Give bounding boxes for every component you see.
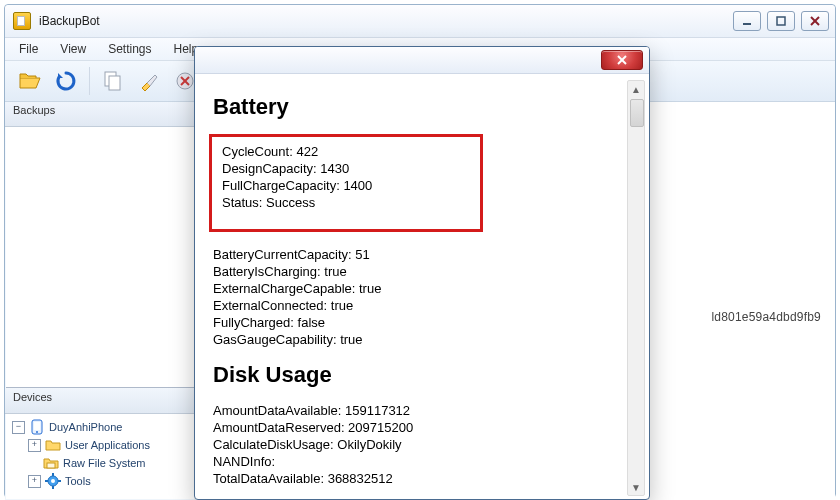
left-column: Backups Devices − DuyAnhiPhone +: [5, 102, 204, 500]
window-controls: [733, 11, 829, 31]
gear-icon: [45, 473, 61, 489]
titlebar: iBackupBot: [5, 5, 835, 38]
svg-rect-10: [34, 422, 40, 430]
scroll-down-icon[interactable]: ▼: [628, 479, 644, 495]
brush-button[interactable]: [134, 66, 164, 96]
backup-hash-text: ld801e59a4dbd9fb9: [711, 310, 821, 324]
folder-icon: [45, 437, 61, 453]
tree-user-apps-row[interactable]: + User Applications: [12, 436, 202, 454]
close-icon: [616, 55, 628, 65]
kv-row: DesignCapacity: 1430: [222, 160, 470, 177]
tree-device-row[interactable]: − DuyAnhiPhone: [12, 418, 202, 436]
dialog-scrollbar[interactable]: ▲ ▼: [627, 80, 645, 496]
folder-open-icon: [18, 70, 42, 92]
minimize-icon: [741, 16, 753, 26]
kv-row: Status: Success: [222, 194, 470, 211]
dialog-close-button[interactable]: [601, 50, 643, 70]
tree-tools-label: Tools: [65, 475, 91, 487]
brush-icon: [138, 70, 160, 92]
refresh-button[interactable]: [51, 66, 81, 96]
backups-panel-header: Backups: [5, 102, 203, 127]
open-folder-button[interactable]: [15, 66, 45, 96]
maximize-icon: [775, 16, 787, 26]
window-title: iBackupBot: [39, 14, 733, 28]
collapse-icon[interactable]: −: [12, 421, 25, 434]
svg-point-11: [36, 431, 38, 433]
tree-raw-fs-label: Raw File System: [63, 457, 146, 469]
phone-icon: [29, 419, 45, 435]
copy-button[interactable]: [98, 66, 128, 96]
refresh-icon: [55, 70, 77, 92]
tree-spacer: [28, 458, 39, 469]
battery-secondary-stats: BatteryCurrentCapacity: 51BatteryIsCharg…: [213, 246, 621, 348]
kv-row: BatteryIsCharging: true: [213, 263, 621, 280]
kv-row: NANDInfo:: [213, 453, 621, 470]
close-icon: [808, 15, 822, 27]
highlight-box: CycleCount: 422DesignCapacity: 1430FullC…: [209, 134, 483, 232]
info-dialog: ▲ ▼ Battery CycleCount: 422DesignCapacit…: [194, 46, 650, 500]
svg-rect-12: [47, 463, 55, 468]
expand-icon[interactable]: +: [28, 475, 41, 488]
menu-file[interactable]: File: [15, 40, 42, 58]
device-tree: − DuyAnhiPhone + User Applications: [6, 414, 202, 494]
menu-view[interactable]: View: [56, 40, 90, 58]
folders-icon: [43, 455, 59, 471]
tree-raw-fs-row[interactable]: Raw File System: [12, 454, 202, 472]
toolbar-separator: [89, 67, 90, 95]
minimize-button[interactable]: [733, 11, 761, 31]
battery-primary-stats: CycleCount: 422DesignCapacity: 1430FullC…: [222, 143, 470, 211]
menu-settings[interactable]: Settings: [104, 40, 155, 58]
disk-usage-stats: AmountDataAvailable: 159117312AmountData…: [213, 402, 621, 487]
kv-row: ExternalConnected: true: [213, 297, 621, 314]
maximize-button[interactable]: [767, 11, 795, 31]
kv-row: FullChargeCapacity: 1400: [222, 177, 470, 194]
tree-tools-row[interactable]: + Tools: [12, 472, 202, 490]
delete-icon: [175, 70, 195, 92]
kv-row: GasGaugeCapability: true: [213, 331, 621, 348]
kv-row: CalculateDiskUsage: OkilyDokily: [213, 436, 621, 453]
app-icon: [13, 12, 31, 30]
svg-point-14: [51, 479, 55, 483]
scroll-thumb[interactable]: [630, 99, 644, 127]
kv-row: BatteryCurrentCapacity: 51: [213, 246, 621, 263]
kv-row: CycleCount: 422: [222, 143, 470, 160]
close-button[interactable]: [801, 11, 829, 31]
kv-row: AmountDataReserved: 209715200: [213, 419, 621, 436]
scroll-up-icon[interactable]: ▲: [628, 81, 644, 97]
backups-panel[interactable]: [6, 127, 202, 388]
tree-device-label: DuyAnhiPhone: [49, 421, 122, 433]
dialog-body: ▲ ▼ Battery CycleCount: 422DesignCapacit…: [195, 74, 649, 500]
tree-user-apps-label: User Applications: [65, 439, 150, 451]
kv-row: TotalDataAvailable: 368832512: [213, 470, 621, 487]
svg-rect-5: [109, 76, 120, 90]
battery-heading: Battery: [213, 94, 621, 120]
svg-rect-1: [777, 17, 785, 25]
copy-icon: [103, 70, 123, 92]
kv-row: FullyCharged: false: [213, 314, 621, 331]
kv-row: ExternalChargeCapable: true: [213, 280, 621, 297]
kv-row: AmountDataAvailable: 159117312: [213, 402, 621, 419]
devices-panel: − DuyAnhiPhone + User Applications: [6, 414, 202, 499]
dialog-titlebar: [195, 47, 649, 74]
devices-panel-header: Devices: [5, 389, 203, 414]
expand-icon[interactable]: +: [28, 439, 41, 452]
disk-usage-heading: Disk Usage: [213, 362, 621, 388]
